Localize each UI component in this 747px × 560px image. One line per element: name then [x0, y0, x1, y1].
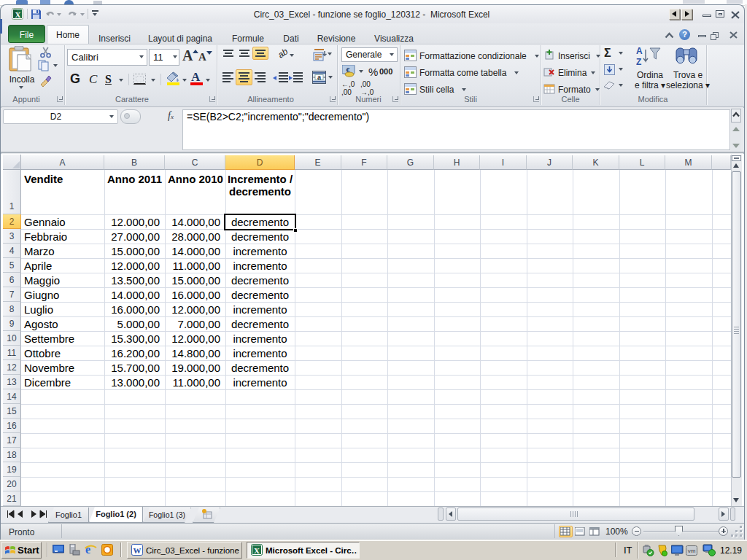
svg-text:X: X — [254, 546, 260, 555]
svg-text:Z: Z — [636, 57, 641, 67]
svg-text:A: A — [636, 46, 643, 56]
svg-text:e: e — [85, 543, 90, 556]
svg-text:W: W — [133, 546, 142, 555]
svg-text:vm: vm — [688, 548, 696, 554]
